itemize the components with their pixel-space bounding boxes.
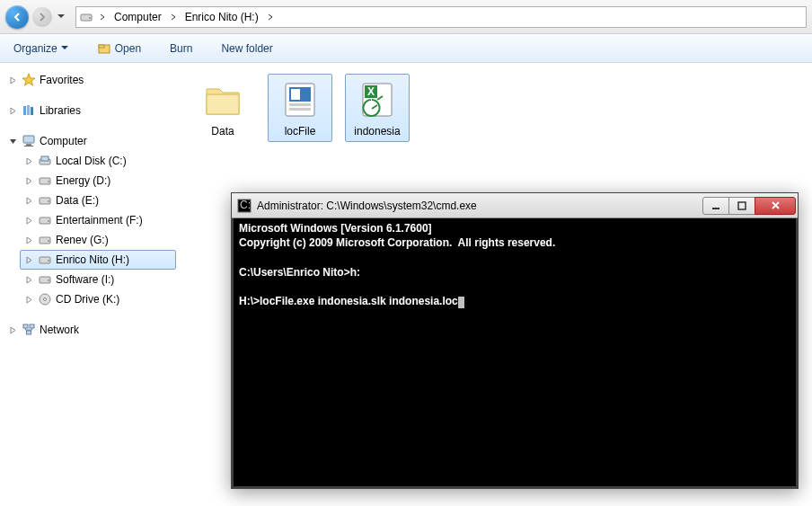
- tree-libraries[interactable]: Libraries: [4, 101, 176, 120]
- svg-point-19: [48, 240, 49, 242]
- svg-rect-3: [99, 45, 104, 48]
- tree-computer[interactable]: Computer: [4, 131, 176, 151]
- file-item-exe[interactable]: locFile: [268, 74, 332, 142]
- cd-drive-icon: [38, 292, 52, 306]
- nav-history-dropdown[interactable]: [56, 14, 66, 19]
- cmd-title: Administrator: C:\Windows\system32\cmd.e…: [257, 200, 698, 212]
- breadcrumb-root-arrow[interactable]: [96, 13, 109, 21]
- cmd-icon: C:\: [237, 199, 252, 213]
- organize-label: Organize: [13, 42, 57, 55]
- open-icon: [97, 41, 111, 56]
- svg-point-21: [48, 260, 49, 262]
- file-label: Data: [211, 125, 234, 138]
- expander-icon[interactable]: [8, 137, 18, 146]
- tree-label: Libraries: [40, 104, 81, 117]
- svg-rect-7: [23, 136, 34, 143]
- exe-icon: [278, 78, 322, 121]
- new-folder-button[interactable]: New folder: [215, 39, 278, 58]
- nav-bar: Computer Enrico Nito (H:): [0, 0, 812, 34]
- svg-rect-33: [289, 108, 311, 111]
- cmd-line: H:\>locFile.exe indonesia.slk indonesia.…: [239, 295, 458, 307]
- tree-drive-k[interactable]: CD Drive (K:): [20, 289, 176, 309]
- expander-icon[interactable]: [8, 75, 18, 85]
- tree-section-libraries: Libraries: [4, 101, 176, 120]
- libraries-icon: [22, 103, 36, 118]
- cmd-window-buttons: [703, 197, 796, 215]
- tree-label: Enrico Nito (H:): [56, 253, 129, 266]
- burn-label: Burn: [170, 42, 192, 55]
- svg-rect-31: [291, 89, 300, 100]
- tree-label: Energy (D:): [56, 174, 110, 187]
- svg-point-25: [44, 298, 47, 301]
- expander-icon[interactable]: [24, 196, 34, 206]
- tree-drive-f[interactable]: Entertainment (F:): [20, 210, 176, 230]
- cmd-titlebar[interactable]: C:\ Administrator: C:\Windows\system32\c…: [232, 193, 798, 218]
- tree-drive-g[interactable]: Renev (G:): [20, 230, 176, 250]
- organize-button[interactable]: Organize: [7, 39, 75, 58]
- tree-section-computer: Computer Local Disk (C:) Energy (D:) Dat…: [4, 131, 176, 309]
- drive-icon: [38, 253, 52, 267]
- open-label: Open: [115, 42, 141, 55]
- file-item-slk[interactable]: X indonesia: [345, 74, 410, 142]
- tree-drive-i[interactable]: Software (I:): [20, 270, 176, 289]
- spreadsheet-icon: X: [356, 78, 399, 121]
- expander-icon[interactable]: [24, 216, 34, 226]
- breadcrumb-arrow[interactable]: [167, 13, 180, 21]
- folder-icon: [201, 78, 244, 121]
- maximize-button[interactable]: [728, 197, 755, 215]
- tree-favorites[interactable]: Favorites: [4, 70, 176, 90]
- tree-label: Software (I:): [56, 273, 114, 286]
- svg-point-13: [48, 181, 49, 182]
- cmd-line: Microsoft Windows [Version 6.1.7600]: [239, 222, 432, 235]
- expander-icon[interactable]: [24, 156, 34, 166]
- tree-section-favorites: Favorites: [4, 70, 176, 90]
- file-item-folder[interactable]: Data: [190, 74, 255, 142]
- network-icon: [22, 323, 36, 337]
- drive-icon: [38, 213, 52, 227]
- svg-rect-11: [41, 156, 49, 161]
- tree-label: Computer: [40, 135, 87, 147]
- svg-rect-4: [23, 106, 26, 115]
- tree-drive-e[interactable]: Data (E:): [20, 191, 176, 210]
- tree-label: Entertainment (F:): [56, 214, 143, 226]
- expander-icon[interactable]: [24, 275, 34, 285]
- expander-icon[interactable]: [8, 325, 18, 335]
- computer-icon: [22, 134, 36, 148]
- tree-drive-d[interactable]: Energy (D:): [20, 171, 176, 191]
- tree-label: CD Drive (K:): [56, 293, 119, 306]
- expander-icon[interactable]: [24, 235, 34, 245]
- tree-drive-h[interactable]: Enrico Nito (H:): [20, 250, 176, 270]
- drive-icon: [76, 7, 96, 27]
- cmd-cursor: [458, 297, 464, 308]
- svg-rect-32: [289, 103, 311, 106]
- breadcrumb-drive[interactable]: Enrico Nito (H:): [180, 7, 264, 27]
- close-button[interactable]: [755, 197, 796, 215]
- expander-icon[interactable]: [8, 106, 18, 116]
- tree-section-network: Network: [4, 320, 176, 340]
- tree-network[interactable]: Network: [4, 320, 176, 340]
- tree-drive-c[interactable]: Local Disk (C:): [20, 151, 176, 171]
- cmd-body[interactable]: Microsoft Windows [Version 6.1.7600] Cop…: [232, 218, 798, 488]
- expander-icon[interactable]: [24, 295, 34, 305]
- burn-button[interactable]: Burn: [163, 39, 199, 58]
- svg-point-23: [48, 280, 49, 281]
- file-label: indonesia: [354, 125, 400, 138]
- svg-point-15: [48, 200, 49, 202]
- svg-rect-8: [26, 144, 31, 146]
- tree-label: Local Disk (C:): [56, 155, 127, 167]
- expander-icon[interactable]: [24, 255, 34, 265]
- svg-rect-6: [31, 107, 33, 115]
- breadcrumb-arrow[interactable]: [264, 13, 277, 21]
- drive-icon: [38, 154, 52, 168]
- breadcrumb[interactable]: Computer Enrico Nito (H:): [75, 6, 807, 28]
- minimize-button[interactable]: [702, 197, 729, 215]
- back-button[interactable]: [5, 5, 29, 29]
- open-button[interactable]: Open: [91, 38, 147, 59]
- svg-rect-5: [27, 105, 30, 115]
- breadcrumb-computer[interactable]: Computer: [109, 7, 167, 27]
- svg-point-17: [48, 220, 49, 222]
- expander-icon[interactable]: [24, 176, 34, 186]
- svg-point-1: [89, 17, 91, 19]
- cmd-window[interactable]: C:\ Administrator: C:\Windows\system32\c…: [231, 192, 799, 489]
- tree-label: Favorites: [40, 74, 84, 86]
